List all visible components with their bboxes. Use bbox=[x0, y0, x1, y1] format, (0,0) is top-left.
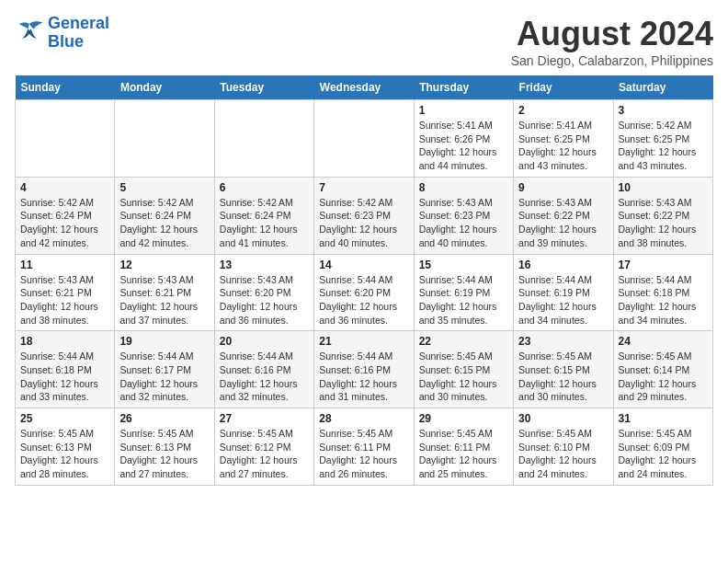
day-number: 1 bbox=[419, 104, 508, 117]
day-info: Sunrise: 5:42 AM Sunset: 6:24 PM Dayligh… bbox=[20, 196, 109, 250]
day-info: Sunrise: 5:43 AM Sunset: 6:20 PM Dayligh… bbox=[220, 273, 309, 327]
calendar-cell: 20Sunrise: 5:44 AM Sunset: 6:16 PM Dayli… bbox=[214, 331, 313, 408]
page-header: General Blue August 2024 San Diego, Cala… bbox=[15, 15, 713, 68]
day-number: 21 bbox=[319, 335, 408, 348]
day-header-tuesday: Tuesday bbox=[214, 75, 313, 100]
day-number: 13 bbox=[220, 259, 309, 271]
day-info: Sunrise: 5:45 AM Sunset: 6:10 PM Dayligh… bbox=[518, 427, 608, 481]
day-info: Sunrise: 5:44 AM Sunset: 6:16 PM Dayligh… bbox=[220, 350, 309, 404]
calendar-cell: 14Sunrise: 5:44 AM Sunset: 6:20 PM Dayli… bbox=[314, 254, 414, 331]
day-number: 3 bbox=[619, 104, 708, 117]
calendar-table: SundayMondayTuesdayWednesdayThursdayFrid… bbox=[15, 75, 713, 486]
calendar-cell: 10Sunrise: 5:43 AM Sunset: 6:22 PM Dayli… bbox=[613, 177, 712, 254]
calendar-cell: 5Sunrise: 5:42 AM Sunset: 6:24 PM Daylig… bbox=[115, 177, 214, 254]
day-info: Sunrise: 5:44 AM Sunset: 6:20 PM Dayligh… bbox=[319, 273, 408, 327]
calendar-cell bbox=[214, 100, 313, 178]
day-info: Sunrise: 5:45 AM Sunset: 6:15 PM Dayligh… bbox=[518, 350, 608, 404]
day-info: Sunrise: 5:42 AM Sunset: 6:25 PM Dayligh… bbox=[619, 119, 708, 173]
calendar-cell: 15Sunrise: 5:44 AM Sunset: 6:19 PM Dayli… bbox=[414, 254, 513, 331]
calendar-week-row: 25Sunrise: 5:45 AM Sunset: 6:13 PM Dayli… bbox=[16, 408, 713, 486]
calendar-cell: 4Sunrise: 5:42 AM Sunset: 6:24 PM Daylig… bbox=[16, 177, 115, 254]
day-number: 27 bbox=[220, 412, 309, 425]
day-number: 29 bbox=[419, 412, 508, 425]
calendar-cell: 28Sunrise: 5:45 AM Sunset: 6:11 PM Dayli… bbox=[314, 408, 414, 486]
calendar-cell bbox=[314, 100, 414, 178]
calendar-cell: 6Sunrise: 5:42 AM Sunset: 6:24 PM Daylig… bbox=[214, 177, 313, 254]
day-header-wednesday: Wednesday bbox=[314, 75, 414, 100]
calendar-cell: 13Sunrise: 5:43 AM Sunset: 6:20 PM Dayli… bbox=[214, 254, 313, 331]
day-info: Sunrise: 5:43 AM Sunset: 6:21 PM Dayligh… bbox=[119, 273, 209, 327]
day-info: Sunrise: 5:45 AM Sunset: 6:14 PM Dayligh… bbox=[619, 350, 708, 404]
day-info: Sunrise: 5:43 AM Sunset: 6:23 PM Dayligh… bbox=[419, 196, 508, 250]
calendar-cell: 25Sunrise: 5:45 AM Sunset: 6:13 PM Dayli… bbox=[16, 408, 115, 486]
day-info: Sunrise: 5:45 AM Sunset: 6:13 PM Dayligh… bbox=[119, 427, 209, 481]
day-info: Sunrise: 5:44 AM Sunset: 6:16 PM Dayligh… bbox=[319, 350, 408, 404]
calendar-cell: 9Sunrise: 5:43 AM Sunset: 6:22 PM Daylig… bbox=[514, 177, 613, 254]
day-number: 31 bbox=[619, 412, 708, 425]
calendar-cell: 11Sunrise: 5:43 AM Sunset: 6:21 PM Dayli… bbox=[16, 254, 115, 331]
day-number: 7 bbox=[319, 181, 408, 194]
day-info: Sunrise: 5:45 AM Sunset: 6:13 PM Dayligh… bbox=[20, 427, 109, 481]
day-number: 22 bbox=[419, 335, 508, 348]
calendar-cell: 26Sunrise: 5:45 AM Sunset: 6:13 PM Dayli… bbox=[115, 408, 214, 486]
day-number: 11 bbox=[20, 259, 109, 271]
calendar-cell: 23Sunrise: 5:45 AM Sunset: 6:15 PM Dayli… bbox=[514, 331, 613, 408]
day-number: 24 bbox=[619, 335, 708, 348]
calendar-week-row: 11Sunrise: 5:43 AM Sunset: 6:21 PM Dayli… bbox=[16, 254, 713, 331]
calendar-week-row: 1Sunrise: 5:41 AM Sunset: 6:26 PM Daylig… bbox=[16, 100, 713, 178]
day-info: Sunrise: 5:42 AM Sunset: 6:24 PM Dayligh… bbox=[119, 196, 209, 250]
day-info: Sunrise: 5:45 AM Sunset: 6:11 PM Dayligh… bbox=[319, 427, 408, 481]
day-number: 18 bbox=[20, 335, 109, 348]
calendar-cell: 2Sunrise: 5:41 AM Sunset: 6:25 PM Daylig… bbox=[514, 100, 613, 178]
day-number: 23 bbox=[518, 335, 608, 348]
day-number: 5 bbox=[119, 181, 209, 194]
day-header-monday: Monday bbox=[115, 75, 214, 100]
day-number: 9 bbox=[518, 181, 608, 194]
day-info: Sunrise: 5:44 AM Sunset: 6:18 PM Dayligh… bbox=[619, 273, 708, 327]
day-number: 12 bbox=[119, 259, 209, 271]
day-info: Sunrise: 5:43 AM Sunset: 6:22 PM Dayligh… bbox=[619, 196, 708, 250]
day-info: Sunrise: 5:45 AM Sunset: 6:11 PM Dayligh… bbox=[419, 427, 508, 481]
calendar-week-row: 18Sunrise: 5:44 AM Sunset: 6:18 PM Dayli… bbox=[16, 331, 713, 408]
day-number: 4 bbox=[20, 181, 109, 194]
day-header-saturday: Saturday bbox=[613, 75, 712, 100]
day-info: Sunrise: 5:42 AM Sunset: 6:23 PM Dayligh… bbox=[319, 196, 408, 250]
day-number: 2 bbox=[518, 104, 608, 117]
location-subtitle: San Diego, Calabarzon, Philippines bbox=[511, 53, 713, 68]
day-number: 20 bbox=[220, 335, 309, 348]
calendar-cell: 1Sunrise: 5:41 AM Sunset: 6:26 PM Daylig… bbox=[414, 100, 513, 178]
month-title: August 2024 bbox=[511, 15, 713, 53]
day-info: Sunrise: 5:45 AM Sunset: 6:12 PM Dayligh… bbox=[220, 427, 309, 481]
day-info: Sunrise: 5:44 AM Sunset: 6:19 PM Dayligh… bbox=[419, 273, 508, 327]
day-number: 10 bbox=[619, 181, 708, 194]
calendar-cell bbox=[115, 100, 214, 178]
day-info: Sunrise: 5:45 AM Sunset: 6:09 PM Dayligh… bbox=[619, 427, 708, 481]
calendar-cell: 27Sunrise: 5:45 AM Sunset: 6:12 PM Dayli… bbox=[214, 408, 313, 486]
day-number: 19 bbox=[119, 335, 209, 348]
calendar-cell: 31Sunrise: 5:45 AM Sunset: 6:09 PM Dayli… bbox=[613, 408, 712, 486]
calendar-cell: 8Sunrise: 5:43 AM Sunset: 6:23 PM Daylig… bbox=[414, 177, 513, 254]
calendar-cell: 17Sunrise: 5:44 AM Sunset: 6:18 PM Dayli… bbox=[613, 254, 712, 331]
day-number: 30 bbox=[518, 412, 608, 425]
day-number: 28 bbox=[319, 412, 408, 425]
day-number: 14 bbox=[319, 259, 408, 271]
calendar-cell: 3Sunrise: 5:42 AM Sunset: 6:25 PM Daylig… bbox=[613, 100, 712, 178]
title-area: August 2024 San Diego, Calabarzon, Phili… bbox=[511, 15, 713, 68]
day-number: 15 bbox=[419, 259, 508, 271]
day-info: Sunrise: 5:41 AM Sunset: 6:25 PM Dayligh… bbox=[518, 119, 608, 173]
day-header-friday: Friday bbox=[514, 75, 613, 100]
day-header-thursday: Thursday bbox=[414, 75, 513, 100]
day-number: 6 bbox=[220, 181, 309, 194]
day-number: 26 bbox=[119, 412, 209, 425]
day-info: Sunrise: 5:43 AM Sunset: 6:21 PM Dayligh… bbox=[20, 273, 109, 327]
calendar-cell: 19Sunrise: 5:44 AM Sunset: 6:17 PM Dayli… bbox=[115, 331, 214, 408]
day-number: 25 bbox=[20, 412, 109, 425]
calendar-cell: 18Sunrise: 5:44 AM Sunset: 6:18 PM Dayli… bbox=[16, 331, 115, 408]
calendar-cell bbox=[16, 100, 115, 178]
day-info: Sunrise: 5:43 AM Sunset: 6:22 PM Dayligh… bbox=[518, 196, 608, 250]
calendar-cell: 7Sunrise: 5:42 AM Sunset: 6:23 PM Daylig… bbox=[314, 177, 414, 254]
day-header-sunday: Sunday bbox=[16, 75, 115, 100]
logo: General Blue bbox=[15, 15, 109, 52]
day-info: Sunrise: 5:42 AM Sunset: 6:24 PM Dayligh… bbox=[220, 196, 309, 250]
day-info: Sunrise: 5:44 AM Sunset: 6:19 PM Dayligh… bbox=[518, 273, 608, 327]
